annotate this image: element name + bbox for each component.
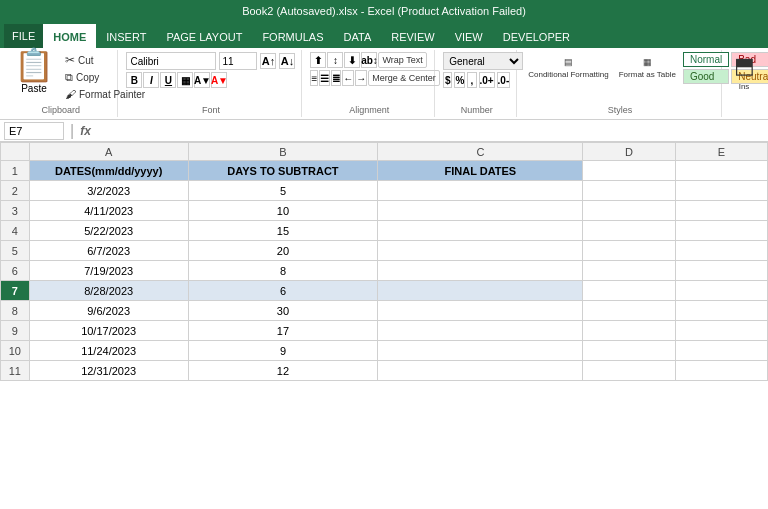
tab-data[interactable]: DATA xyxy=(334,24,382,48)
cell-b7[interactable]: 6 xyxy=(188,281,378,301)
cell-c5[interactable] xyxy=(378,241,583,261)
style-good-button[interactable]: Good xyxy=(683,69,729,84)
cell-d1[interactable] xyxy=(583,161,675,181)
col-header-a[interactable]: A xyxy=(29,143,188,161)
format-as-table-button[interactable]: ▦ Format as Table xyxy=(616,56,679,80)
style-normal-button[interactable]: Normal xyxy=(683,52,729,67)
cell-e11[interactable] xyxy=(675,361,767,381)
cell-a3[interactable]: 4/11/2023 xyxy=(29,201,188,221)
cell-name-box[interactable] xyxy=(4,122,64,140)
align-bottom-button[interactable]: ⬇ xyxy=(344,52,360,68)
font-color-button[interactable]: A▼ xyxy=(211,72,227,88)
cell-b8[interactable]: 30 xyxy=(188,301,378,321)
cell-e9[interactable] xyxy=(675,321,767,341)
cell-a7[interactable]: 8/28/2023 xyxy=(29,281,188,301)
cell-d6[interactable] xyxy=(583,261,675,281)
col-header-d[interactable]: D xyxy=(583,143,675,161)
cell-e6[interactable] xyxy=(675,261,767,281)
insert-btn[interactable]: ⬒ Ins xyxy=(730,52,758,92)
cell-b11[interactable]: 12 xyxy=(188,361,378,381)
cell-d11[interactable] xyxy=(583,361,675,381)
cell-e8[interactable] xyxy=(675,301,767,321)
increase-font-button[interactable]: A↑ xyxy=(260,53,276,69)
font-name-input[interactable] xyxy=(126,52,216,70)
percent-button[interactable]: % xyxy=(454,72,465,88)
cell-d2[interactable] xyxy=(583,181,675,201)
cell-e5[interactable] xyxy=(675,241,767,261)
cell-e10[interactable] xyxy=(675,341,767,361)
decrease-font-button[interactable]: A↓ xyxy=(279,53,295,69)
cell-d7[interactable] xyxy=(583,281,675,301)
col-header-b[interactable]: B xyxy=(188,143,378,161)
cell-d5[interactable] xyxy=(583,241,675,261)
left-align-button[interactable]: ≡ xyxy=(310,70,318,86)
tab-developer[interactable]: DEVELOPER xyxy=(493,24,580,48)
center-align-button[interactable]: ☰ xyxy=(319,70,330,86)
font-size-input[interactable] xyxy=(219,52,257,70)
cell-b6[interactable]: 8 xyxy=(188,261,378,281)
bold-button[interactable]: B xyxy=(126,72,142,88)
cell-c9[interactable] xyxy=(378,321,583,341)
conditional-formatting-button[interactable]: ▤ Conditional Formatting xyxy=(525,56,611,80)
cell-c4[interactable] xyxy=(378,221,583,241)
cell-b3[interactable]: 10 xyxy=(188,201,378,221)
tab-formulas[interactable]: FORMULAS xyxy=(252,24,333,48)
decimal-increase-button[interactable]: .0+ xyxy=(479,72,495,88)
cell-a1[interactable]: DATES(mm/dd/yyyy) xyxy=(29,161,188,181)
border-button[interactable]: ▦ xyxy=(177,72,193,88)
cell-c6[interactable] xyxy=(378,261,583,281)
cell-a6[interactable]: 7/19/2023 xyxy=(29,261,188,281)
fill-color-button[interactable]: A▼ xyxy=(194,72,210,88)
tab-insert[interactable]: INSERT xyxy=(96,24,156,48)
col-header-c[interactable]: C xyxy=(378,143,583,161)
merge-center-button[interactable]: Merge & Center xyxy=(368,70,440,86)
cell-b4[interactable]: 15 xyxy=(188,221,378,241)
text-direction-button[interactable]: ab↕ xyxy=(361,52,377,68)
cell-b1[interactable]: DAYS TO SUBTRACT xyxy=(188,161,378,181)
underline-button[interactable]: U xyxy=(160,72,176,88)
italic-button[interactable]: I xyxy=(143,72,159,88)
col-header-e[interactable]: E xyxy=(675,143,767,161)
cell-a5[interactable]: 6/7/2023 xyxy=(29,241,188,261)
wrap-text-button[interactable]: Wrap Text xyxy=(378,52,426,68)
number-format-select[interactable]: General Number Currency Date xyxy=(443,52,523,70)
cell-b5[interactable]: 20 xyxy=(188,241,378,261)
cell-d3[interactable] xyxy=(583,201,675,221)
tab-review[interactable]: REVIEW xyxy=(381,24,444,48)
paste-button[interactable]: 📋 Paste xyxy=(8,52,60,103)
cell-e2[interactable] xyxy=(675,181,767,201)
cell-b2[interactable]: 5 xyxy=(188,181,378,201)
cell-c11[interactable] xyxy=(378,361,583,381)
cell-c10[interactable] xyxy=(378,341,583,361)
cell-d10[interactable] xyxy=(583,341,675,361)
align-middle-button[interactable]: ↕ xyxy=(327,52,343,68)
cell-d9[interactable] xyxy=(583,321,675,341)
cell-d8[interactable] xyxy=(583,301,675,321)
indent-decrease-button[interactable]: ← xyxy=(342,70,354,86)
cell-a10[interactable]: 11/24/2023 xyxy=(29,341,188,361)
tab-view[interactable]: VIEW xyxy=(445,24,493,48)
cell-b9[interactable]: 17 xyxy=(188,321,378,341)
cell-e3[interactable] xyxy=(675,201,767,221)
cell-d4[interactable] xyxy=(583,221,675,241)
currency-button[interactable]: $ xyxy=(443,72,452,88)
right-align-button[interactable]: ≣ xyxy=(331,70,341,86)
cell-a2[interactable]: 3/2/2023 xyxy=(29,181,188,201)
cell-a4[interactable]: 5/22/2023 xyxy=(29,221,188,241)
tab-file[interactable]: FILE xyxy=(4,24,43,48)
cell-c3[interactable] xyxy=(378,201,583,221)
cell-a11[interactable]: 12/31/2023 xyxy=(29,361,188,381)
cell-c1[interactable]: FINAL DATES xyxy=(378,161,583,181)
cell-a9[interactable]: 10/17/2023 xyxy=(29,321,188,341)
cell-e1[interactable] xyxy=(675,161,767,181)
tab-home[interactable]: HOME xyxy=(43,24,96,48)
cell-c7[interactable] xyxy=(378,281,583,301)
comma-button[interactable]: , xyxy=(467,72,476,88)
cell-c8[interactable] xyxy=(378,301,583,321)
cell-b10[interactable]: 9 xyxy=(188,341,378,361)
indent-increase-button[interactable]: → xyxy=(355,70,367,86)
decimal-decrease-button[interactable]: .0- xyxy=(497,72,511,88)
formula-input[interactable] xyxy=(99,125,764,137)
align-top-button[interactable]: ⬆ xyxy=(310,52,326,68)
cell-c2[interactable] xyxy=(378,181,583,201)
